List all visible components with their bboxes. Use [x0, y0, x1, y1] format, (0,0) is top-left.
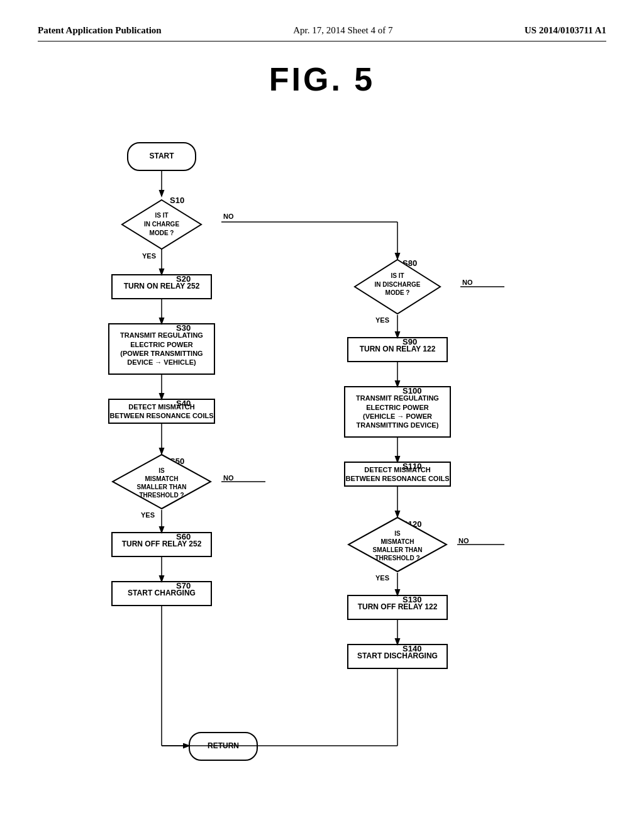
s70-text: START CHARGING — [128, 589, 196, 599]
s110-text: DETECT MISMATCH BETWEEN RESONANCE COILS — [345, 465, 449, 484]
flowchart: START S10 IS IT IN CHARGE MODE ? YES NO … — [45, 123, 599, 783]
start-node: START — [127, 142, 196, 171]
svg-text:IN CHARGE: IN CHARGE — [144, 221, 179, 228]
header-patent-number: US 2014/0103711 A1 — [525, 25, 606, 36]
s90-node: TURN ON RELAY 122 — [347, 337, 448, 362]
svg-text:MISMATCH: MISMATCH — [380, 538, 414, 545]
s60-node: TURN OFF RELAY 252 — [111, 532, 212, 557]
svg-text:IS: IS — [394, 530, 401, 537]
s120-diamond: IS MISMATCH SMALLER THAN THRESHOLD ? — [347, 516, 448, 573]
s20-text: TURN ON RELAY 252 — [124, 282, 200, 292]
return-node: RETURN — [189, 732, 258, 761]
s30-text: TRANSMIT REGULATING ELECTRIC POWER (POWE… — [120, 331, 203, 367]
header-publication-label: Patent Application Publication — [38, 25, 162, 36]
svg-text:THRESHOLD ?: THRESHOLD ? — [375, 555, 419, 562]
s80-no-label: NO — [462, 279, 473, 286]
header-date-sheet: Apr. 17, 2014 Sheet 4 of 7 — [293, 25, 392, 36]
svg-text:SMALLER THAN: SMALLER THAN — [373, 546, 423, 553]
s10-yes-label: YES — [142, 252, 156, 260]
s70-node: START CHARGING — [111, 581, 212, 606]
svg-text:IS IT: IS IT — [391, 272, 404, 279]
s10-diamond: IS IT IN CHARGE MODE ? — [121, 199, 203, 250]
s130-text: TURN OFF RELAY 122 — [358, 602, 438, 612]
svg-text:THRESHOLD ?: THRESHOLD ? — [139, 492, 184, 499]
s50-diamond: IS MISMATCH SMALLER THAN THRESHOLD ? — [111, 453, 212, 510]
s50-no-label: NO — [223, 474, 234, 482]
s140-text: START DISCHARGING — [357, 651, 438, 661]
s20-node: TURN ON RELAY 252 — [111, 274, 212, 299]
s30-node: TRANSMIT REGULATING ELECTRIC POWER (POWE… — [108, 323, 215, 375]
svg-text:MISMATCH: MISMATCH — [145, 475, 178, 482]
s90-text: TURN ON RELAY 122 — [360, 345, 436, 355]
start-label: START — [149, 152, 174, 162]
s110-node: DETECT MISMATCH BETWEEN RESONANCE COILS — [344, 462, 451, 487]
svg-text:SMALLER THAN: SMALLER THAN — [137, 484, 187, 490]
s140-node: START DISCHARGING — [347, 644, 448, 669]
svg-text:MODE ?: MODE ? — [150, 230, 174, 236]
svg-text:IN DISCHARGE: IN DISCHARGE — [375, 281, 421, 288]
s40-text: DETECT MISMATCH BETWEEN RESONANCE COILS — [109, 402, 213, 421]
page: Patent Application Publication Apr. 17, … — [0, 0, 644, 830]
s80-diamond: IS IT IN DISCHARGE MODE ? — [353, 258, 441, 315]
s120-no-label: NO — [458, 537, 469, 545]
s80-yes-label: YES — [375, 316, 389, 324]
s50-yes-label: YES — [141, 511, 155, 519]
s40-node: DETECT MISMATCH BETWEEN RESONANCE COILS — [108, 399, 215, 424]
s130-node: TURN OFF RELAY 122 — [347, 595, 448, 620]
s100-text: TRANSMIT REGULATING ELECTRIC POWER (VEHI… — [356, 394, 439, 429]
return-label: RETURN — [208, 741, 239, 751]
svg-text:IS: IS — [158, 467, 165, 474]
svg-text:IS IT: IS IT — [155, 212, 168, 219]
s10-no-label: NO — [223, 213, 234, 220]
svg-text:MODE ?: MODE ? — [386, 289, 410, 296]
page-header: Patent Application Publication Apr. 17, … — [38, 25, 606, 42]
figure-title: FIG. 5 — [38, 60, 606, 98]
s100-node: TRANSMIT REGULATING ELECTRIC POWER (VEHI… — [344, 386, 451, 438]
s120-yes-label: YES — [375, 574, 389, 582]
s60-text: TURN OFF RELAY 252 — [122, 540, 202, 550]
